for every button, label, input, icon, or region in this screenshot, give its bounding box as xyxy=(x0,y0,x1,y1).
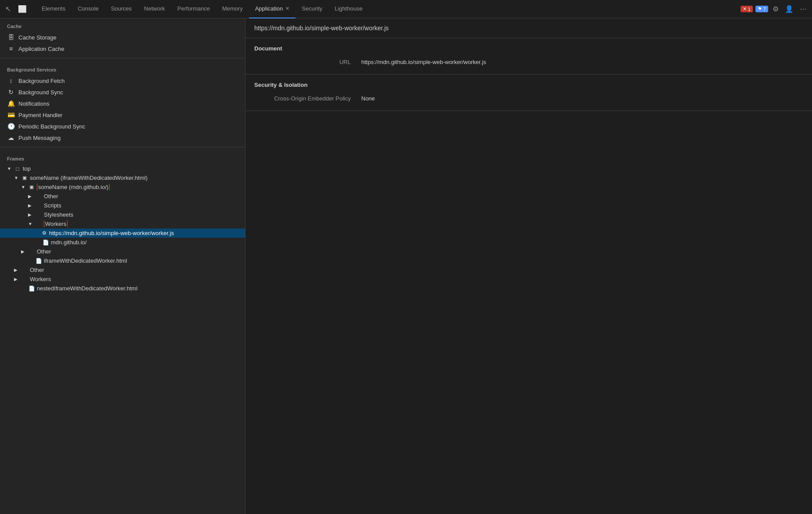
device-toggle-icon[interactable]: ⬜ xyxy=(16,4,28,14)
content-panel: https://mdn.github.io/simple-web-worker/… xyxy=(246,18,812,514)
tree-item-workers-top[interactable]: ▶ Workers xyxy=(0,275,245,284)
background-services-section: Background Services ↕ Background Fetch ↻… xyxy=(0,62,245,143)
toolbar-right: ✕ 1 ⚑ 7 ⚙ 👤 ⋯ xyxy=(741,3,808,15)
expand-other-top[interactable]: ▶ xyxy=(14,268,19,272)
background-sync-icon: ↻ xyxy=(7,89,15,96)
tab-sources[interactable]: Sources xyxy=(105,0,138,18)
tree-item-top[interactable]: ▼ □ top xyxy=(0,164,245,173)
tree-label-iframe: someName (iframeWithDedicatedWorker.html… xyxy=(30,175,148,181)
tab-bar: ↖ ⬜ ElementsConsoleSourcesNetworkPerform… xyxy=(0,0,812,18)
tree-label-mdn-frame: someName (mdn.github.io/) xyxy=(37,184,110,190)
expand-stylesheets[interactable]: ▶ xyxy=(28,212,33,217)
tree-label-stylesheets: Stylesheets xyxy=(44,211,73,218)
tab-network[interactable]: Network xyxy=(138,0,171,18)
document-url-label: URL xyxy=(254,59,351,65)
tree-label-iframe-html: iframeWithDedicatedWorker.html xyxy=(44,257,127,264)
tab-memory[interactable]: Memory xyxy=(216,0,249,18)
expand-mdn-frame[interactable]: ▼ xyxy=(21,185,26,189)
tree-label-top: top xyxy=(23,165,31,172)
tree-label-nested-iframe: nestedIframeWithDedicatedWorker.html xyxy=(37,285,138,292)
error-badge[interactable]: ✕ 1 xyxy=(741,6,753,12)
tab-performance[interactable]: Performance xyxy=(171,0,216,18)
cache-section: Cache 🗄 Cache Storage ≡ Application Cach… xyxy=(0,18,245,54)
sidebar-item-payment-handler[interactable]: 💳 Payment Handler xyxy=(0,109,245,121)
background-fetch-icon: ↕ xyxy=(7,77,15,84)
cache-storage-label: Cache Storage xyxy=(18,34,57,41)
frame-icon-mdn: ▣ xyxy=(28,184,35,190)
tree-item-scripts[interactable]: ▶ Scripts xyxy=(0,201,245,210)
tree-item-mdn-file[interactable]: 📄 mdn.github.io/ xyxy=(0,238,245,247)
tab-console[interactable]: Console xyxy=(71,0,105,18)
tab-security[interactable]: Security xyxy=(296,0,328,18)
nested-iframe-icon: 📄 xyxy=(28,286,35,292)
worker-gear-icon: ⚙ xyxy=(42,230,46,236)
warning-badge[interactable]: ⚑ 7 xyxy=(755,6,768,12)
sidebar-item-background-fetch[interactable]: ↕ Background Fetch xyxy=(0,75,245,86)
content-url: https://mdn.github.io/simple-web-worker/… xyxy=(254,25,389,32)
sidebar-item-cache-storage[interactable]: 🗄 Cache Storage xyxy=(0,32,245,43)
expand-scripts[interactable]: ▶ xyxy=(28,203,33,208)
tab-close-icon[interactable]: ✕ xyxy=(285,6,289,11)
application-cache-label: Application Cache xyxy=(18,46,64,52)
frames-section: Frames ▼ □ top ▼ ▣ someName (iframeWithD… xyxy=(0,151,245,296)
expand-iframe[interactable]: ▼ xyxy=(14,175,19,180)
tab-application[interactable]: Application✕ xyxy=(249,0,296,18)
expand-other-2[interactable]: ▶ xyxy=(21,249,26,254)
tree-label-other-top: Other xyxy=(30,267,44,273)
expand-workers[interactable]: ▼ xyxy=(28,221,33,226)
tree-item-nested-iframe[interactable]: 📄 nestedIframeWithDedicatedWorker.html xyxy=(0,284,245,293)
tree-label-mdn-file: mdn.github.io/ xyxy=(51,239,87,246)
tree-item-iframe[interactable]: ▼ ▣ someName (iframeWithDedicatedWorker.… xyxy=(0,173,245,182)
sidebar-item-notifications[interactable]: 🔔 Notifications xyxy=(0,98,245,109)
tree-label-workers: Workers xyxy=(44,221,68,227)
tree-item-other-1[interactable]: ▶ Other xyxy=(0,192,245,201)
background-services-label: Background Services xyxy=(0,62,245,75)
tab-lighthouse[interactable]: Lighthouse xyxy=(328,0,369,18)
error-icon: ✕ xyxy=(743,6,747,12)
frames-label: Frames xyxy=(0,154,245,164)
coep-value: None xyxy=(361,95,375,102)
application-cache-icon: ≡ xyxy=(7,45,15,52)
tree-label-worker-js: https://mdn.github.io/simple-web-worker/… xyxy=(49,230,174,236)
notifications-label: Notifications xyxy=(18,100,50,107)
tree-label-other-1: Other xyxy=(44,193,58,200)
user-icon[interactable]: 👤 xyxy=(783,3,795,15)
background-sync-label: Background Sync xyxy=(18,89,63,96)
tree-item-other-top[interactable]: ▶ Other xyxy=(0,265,245,275)
more-icon[interactable]: ⋯ xyxy=(798,3,808,15)
tree-item-other-2[interactable]: ▶ Other xyxy=(0,247,245,256)
cache-section-label: Cache xyxy=(0,18,245,32)
tree-item-stylesheets[interactable]: ▶ Stylesheets xyxy=(0,210,245,219)
periodic-background-sync-label: Periodic Background Sync xyxy=(18,123,85,130)
notifications-icon: 🔔 xyxy=(7,100,15,107)
tab-elements[interactable]: Elements xyxy=(36,0,71,18)
tree-label-other-2: Other xyxy=(37,248,51,255)
tree-item-mdn-frame[interactable]: ▼ ▣ someName (mdn.github.io/) xyxy=(0,182,245,192)
sidebar-item-application-cache[interactable]: ≡ Application Cache xyxy=(0,43,245,54)
payment-handler-label: Payment Handler xyxy=(18,112,62,118)
sidebar-item-push-messaging[interactable]: ☁ Push Messaging xyxy=(0,132,245,143)
tree-label-scripts: Scripts xyxy=(44,202,61,209)
coep-label: Cross-Origin Embedder Policy xyxy=(254,95,351,102)
tree-item-workers[interactable]: ▼ Workers xyxy=(0,219,245,228)
mdn-file-icon: 📄 xyxy=(42,239,49,246)
sidebar-item-periodic-background-sync[interactable]: 🕐 Periodic Background Sync xyxy=(0,121,245,132)
tree-item-iframe-html[interactable]: 📄 iframeWithDedicatedWorker.html xyxy=(0,256,245,265)
expand-other-1[interactable]: ▶ xyxy=(28,194,33,199)
tree-item-worker-js[interactable]: ⚙ https://mdn.github.io/simple-web-worke… xyxy=(0,228,245,238)
frame-icon-iframe: ▣ xyxy=(21,175,28,181)
settings-icon[interactable]: ⚙ xyxy=(771,3,780,15)
expand-workers-top[interactable]: ▶ xyxy=(14,277,19,282)
warning-icon: ⚑ xyxy=(758,6,762,12)
content-url-bar: https://mdn.github.io/simple-web-worker/… xyxy=(246,18,812,38)
error-count: 1 xyxy=(748,7,751,12)
document-url-row: URL https://mdn.github.io/simple-web-wor… xyxy=(254,57,803,67)
document-section: Document URL https://mdn.github.io/simpl… xyxy=(246,38,812,75)
sidebar-item-background-sync[interactable]: ↻ Background Sync xyxy=(0,86,245,98)
cursor-icon[interactable]: ↖ xyxy=(4,4,13,14)
iframe-html-icon: 📄 xyxy=(35,258,42,264)
expand-top[interactable]: ▼ xyxy=(7,166,12,171)
payment-handler-icon: 💳 xyxy=(7,111,15,118)
push-messaging-label: Push Messaging xyxy=(18,135,61,141)
security-section: Security & Isolation Cross-Origin Embedd… xyxy=(246,75,812,111)
